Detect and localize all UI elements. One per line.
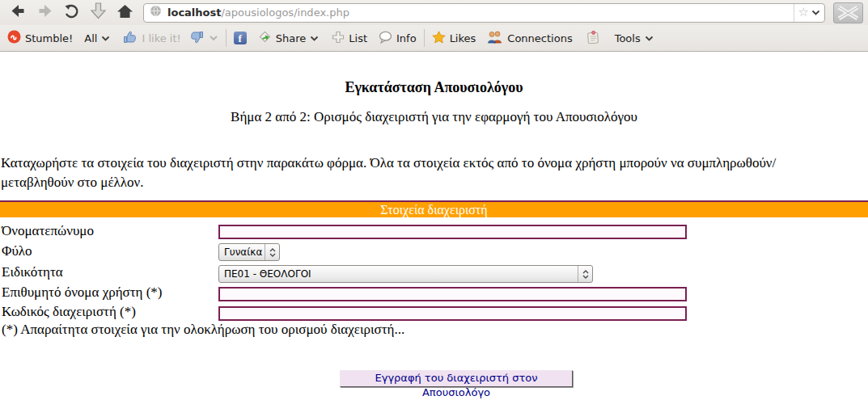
specialty-label: Ειδικότητα bbox=[2, 264, 63, 280]
form-footnote: (*) Απαραίτητα στοιχεία για την ολοκλήρω… bbox=[2, 322, 404, 338]
page-content: Εγκατάσταση Απουσιολόγου Βήμα 2 από 2: Ο… bbox=[0, 52, 868, 417]
facebook-button[interactable]: f bbox=[234, 32, 247, 44]
thumbs-up-icon bbox=[123, 31, 138, 46]
back-button[interactable] bbox=[5, 2, 32, 23]
dislike-button[interactable] bbox=[189, 31, 204, 46]
password-label: Κωδικός διαχειριστή (*) bbox=[2, 304, 136, 320]
select-spinner-icon bbox=[265, 244, 279, 260]
likes-label: Likes bbox=[450, 32, 476, 44]
stumble-label: Stumble! bbox=[25, 32, 73, 44]
forward-button[interactable] bbox=[32, 2, 58, 23]
info-button[interactable]: Info bbox=[379, 31, 417, 46]
bookmark-star-icon[interactable]: ☆ bbox=[798, 6, 809, 19]
url-actions: ☆ bbox=[794, 4, 824, 22]
people-icon bbox=[487, 31, 503, 46]
download-button[interactable] bbox=[85, 2, 112, 23]
username-input[interactable] bbox=[218, 287, 687, 301]
tools-chevron-down-icon bbox=[645, 36, 654, 41]
specialty-select[interactable]: ΠΕ01 - ΘΕΟΛΟΓΟΙ bbox=[218, 265, 593, 283]
toolbar-separator bbox=[226, 29, 227, 47]
reload-button[interactable] bbox=[58, 2, 85, 23]
facebook-icon: f bbox=[234, 32, 247, 44]
password-input[interactable] bbox=[218, 306, 687, 321]
home-button[interactable] bbox=[112, 2, 138, 23]
specialty-selected-value: ΠΕ01 - ΘΕΟΛΟΓΟΙ bbox=[224, 268, 311, 280]
home-icon bbox=[116, 4, 133, 22]
clipboard-pin-icon bbox=[586, 30, 600, 47]
share-label: Share bbox=[276, 32, 307, 44]
stumbleupon-toolbar: Stumble! All I like it! bbox=[0, 25, 868, 52]
likes-button[interactable]: Likes bbox=[432, 31, 476, 46]
stumble-button[interactable]: Stumble! bbox=[7, 30, 73, 46]
dislike-chevron-down-icon[interactable] bbox=[209, 35, 218, 41]
share-tag-icon bbox=[258, 30, 272, 46]
x-logo-icon bbox=[833, 2, 863, 23]
list-label: List bbox=[349, 32, 367, 44]
toolbar-separator bbox=[424, 29, 425, 47]
all-chevron-down-icon bbox=[101, 36, 110, 41]
like-label: I like it! bbox=[142, 32, 180, 44]
gender-label: Φύλο bbox=[2, 243, 32, 259]
select-spinner-icon bbox=[578, 266, 592, 282]
list-button[interactable]: List bbox=[332, 31, 367, 46]
browser-chrome: localhost/apousiologos/index.php ☆ bbox=[0, 0, 868, 25]
form-header: Στοιχεία διαχειριστή bbox=[0, 200, 868, 217]
notes-button[interactable] bbox=[586, 30, 600, 47]
url-text: localhost/apousiologos/index.php bbox=[167, 6, 349, 19]
submit-button[interactable]: Εγγραφή του διαχειριστή στον Απουσιολόγο bbox=[340, 370, 573, 387]
like-button[interactable]: I like it! bbox=[123, 31, 180, 46]
url-host: localhost bbox=[167, 6, 221, 19]
tools-dropdown[interactable]: Tools bbox=[615, 32, 654, 44]
tools-label: Tools bbox=[615, 32, 641, 44]
url-path: /apousiologos/index.php bbox=[221, 6, 349, 19]
stumbleupon-icon bbox=[7, 30, 21, 46]
site-globe-icon bbox=[150, 5, 162, 20]
page-title: Εγκατάσταση Απουσιολόγου bbox=[0, 79, 868, 96]
star-icon bbox=[432, 31, 446, 46]
gender-select[interactable]: Γυναίκα bbox=[218, 243, 280, 261]
gender-selected-value: Γυναίκα bbox=[224, 246, 262, 258]
share-chevron-down-icon bbox=[310, 36, 319, 41]
plus-icon bbox=[332, 31, 345, 46]
all-dropdown[interactable]: All bbox=[84, 32, 110, 44]
url-input[interactable]: localhost/apousiologos/index.php ☆ bbox=[143, 3, 825, 23]
intro-paragraph: Καταχωρήστε τα στοιχεία του διαχειριστή … bbox=[1, 154, 824, 192]
fullname-label: Όνοματεπώνυμο bbox=[2, 223, 94, 239]
url-dropdown-chevron-icon[interactable] bbox=[811, 10, 820, 15]
info-label: Info bbox=[396, 32, 417, 44]
back-arrow-icon bbox=[11, 4, 26, 21]
connections-label: Connections bbox=[507, 32, 572, 44]
thumbs-down-icon bbox=[189, 31, 204, 46]
share-dropdown[interactable]: Share bbox=[258, 30, 320, 46]
download-arrow-icon bbox=[90, 2, 107, 23]
connections-button[interactable]: Connections bbox=[487, 31, 572, 46]
facebook-glyph: f bbox=[239, 33, 242, 44]
fullname-input[interactable] bbox=[218, 225, 687, 239]
speech-bubble-icon bbox=[379, 31, 392, 46]
page-subtitle: Βήμα 2 από 2: Ορισμός διαχειριστή για τη… bbox=[0, 109, 868, 125]
browser-window: localhost/apousiologos/index.php ☆ bbox=[0, 0, 868, 417]
reload-icon bbox=[64, 4, 79, 22]
forward-arrow-icon bbox=[37, 4, 53, 21]
all-label: All bbox=[84, 32, 97, 44]
username-label: Επιθυμητό όνομα χρήστη (*) bbox=[2, 284, 163, 301]
